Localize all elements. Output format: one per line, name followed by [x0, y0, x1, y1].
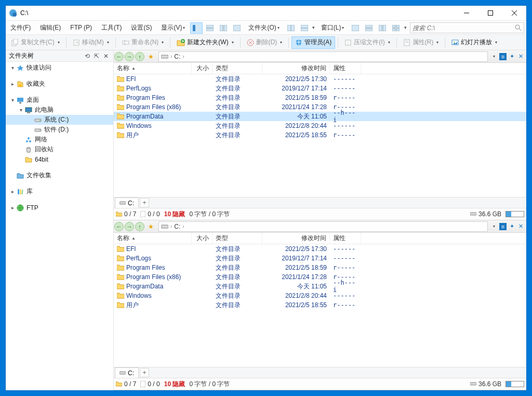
file-row[interactable]: Program Files文件目录2021/2/5 18:59r----- [114, 93, 526, 102]
tree-item[interactable]: 64bit [6, 154, 113, 164]
col-size[interactable]: 大小 [192, 233, 212, 244]
tree-item[interactable]: ▾桌面 [6, 95, 113, 105]
nav-forward-button[interactable]: → [125, 222, 134, 231]
file-row[interactable]: Program Files (x86)文件目录2021/1/24 17:28r-… [114, 102, 526, 112]
pane-expand-icon[interactable]: ✦ [508, 53, 515, 60]
file-row[interactable]: ProgramData文件目录今天 11:05--h---i [114, 282, 526, 291]
view-mode-2[interactable] [204, 22, 216, 34]
file-row[interactable]: Windows文件目录2021/2/8 20:44------ [114, 121, 526, 130]
expand-icon[interactable]: ▾ [9, 97, 16, 103]
folder-view-1[interactable] [285, 22, 297, 34]
file-row[interactable]: Windows文件目录2021/2/8 20:44------ [114, 291, 526, 300]
menu-view[interactable]: 显示(V)▾ [156, 21, 190, 34]
file-row[interactable]: EFI文件目录2021/2/5 17:30------ [114, 244, 526, 254]
view-mode-4[interactable] [231, 22, 243, 34]
crumb-dropdown[interactable]: ▾ [491, 224, 497, 229]
menu-ftp[interactable]: FTP (P) [65, 21, 97, 34]
col-type[interactable]: 类型 [212, 233, 262, 244]
pane-tab[interactable]: C: [115, 367, 139, 378]
layout-2[interactable] [363, 22, 375, 34]
breadcrumb[interactable]: ›C:› [158, 221, 488, 232]
search-input[interactable] [413, 24, 515, 32]
file-row[interactable]: EFI文件目录2021/2/5 17:30------ [114, 74, 526, 84]
layout-3[interactable] [376, 22, 389, 34]
view-mode-1[interactable] [190, 22, 203, 34]
tree-item[interactable]: 系统 (C:) [6, 115, 113, 125]
nav-favorite-button[interactable]: ★ [145, 221, 156, 232]
search-box[interactable] [410, 22, 524, 33]
file-row[interactable]: PerfLogs文件目录2019/12/7 17:14------ [114, 254, 526, 263]
file-row[interactable]: 用户文件目录2021/2/5 18:55r----- [114, 130, 526, 140]
properties-button[interactable]: 属性(R)▾ [400, 36, 443, 49]
pane-expand-icon[interactable]: ✦ [508, 223, 515, 230]
sidebar-sync-icon[interactable]: ⟲ [83, 52, 91, 60]
tree-item[interactable]: ▾快速访问 [6, 63, 113, 73]
file-row[interactable]: Program Files (x86)文件目录2021/1/24 17:28r-… [114, 272, 526, 282]
expand-icon[interactable]: ▾ [9, 65, 16, 71]
expand-icon[interactable]: ▸ [9, 189, 16, 194]
pane-close-icon[interactable]: ✕ [517, 53, 524, 60]
expand-icon[interactable]: ▾ [17, 107, 24, 113]
tree-item[interactable]: ▸库 [6, 187, 113, 196]
pane-close-icon[interactable]: ✕ [517, 223, 524, 230]
menu-edit[interactable]: 编辑(E) [35, 21, 65, 34]
menu-settings[interactable]: 设置(S) [126, 21, 156, 34]
minimize-button[interactable] [455, 6, 478, 20]
add-tab-button[interactable]: + [140, 368, 149, 377]
rename-button[interactable]: 重命名(N)▾ [118, 36, 168, 49]
breadcrumb[interactable]: ›C:› [158, 51, 488, 62]
file-list[interactable]: EFI文件目录2021/2/5 17:30------PerfLogs文件目录2… [114, 74, 526, 197]
compress-button[interactable]: 压缩文件(I)▾ [341, 36, 393, 49]
delete-button[interactable]: 删除(D)▾ [243, 36, 286, 49]
nav-up-button[interactable]: ↑ [135, 52, 144, 61]
sidebar-pin-icon[interactable]: ⇱ [92, 52, 101, 60]
pane-sync-icon[interactable]: ≡ [499, 223, 507, 230]
search-icon[interactable] [515, 24, 522, 31]
crumb-dropdown[interactable]: ▾ [491, 54, 497, 59]
maximize-button[interactable] [478, 6, 502, 20]
col-name[interactable]: 名称 ▲ [114, 63, 192, 74]
admin-button[interactable]: 管理员(A) [291, 36, 335, 49]
col-attr[interactable]: 属性 [330, 233, 361, 244]
move-button[interactable]: 移动(M)▾ [69, 36, 113, 49]
pane-sync-icon[interactable]: ≡ [499, 53, 507, 60]
new-folder-button[interactable]: 新建文件夹(W)▾ [173, 36, 237, 49]
tree-item[interactable]: ▸FTP [6, 203, 113, 213]
nav-back-button[interactable]: ← [114, 52, 124, 61]
tree-item[interactable]: ▸收藏夹 [6, 79, 113, 89]
tree-item[interactable]: 文件收集 [6, 170, 113, 180]
close-button[interactable] [502, 6, 526, 20]
file-row[interactable]: 用户文件目录2021/2/5 18:55r----- [114, 300, 526, 310]
col-attr[interactable]: 属性 [330, 63, 361, 74]
menu-tools[interactable]: 工具(T) [97, 21, 126, 34]
nav-up-button[interactable]: ↑ [135, 222, 144, 231]
file-row[interactable]: PerfLogs文件目录2019/12/7 17:14------ [114, 84, 526, 93]
file-row[interactable]: Program Files文件目录2021/2/5 18:59r----- [114, 263, 526, 272]
nav-favorite-button[interactable]: ★ [145, 51, 156, 62]
folder-dropdown[interactable] [311, 21, 316, 34]
file-row[interactable]: ProgramData文件目录今天 11:05--h---i [114, 112, 526, 121]
layout-1[interactable] [349, 22, 362, 34]
file-list[interactable]: EFI文件目录2021/2/5 17:30------PerfLogs文件目录2… [114, 244, 526, 367]
col-date[interactable]: 修改时间 [262, 233, 330, 244]
nav-forward-button[interactable]: → [125, 52, 134, 61]
crumb-drive[interactable]: C: [174, 223, 180, 230]
add-tab-button[interactable]: + [140, 198, 149, 207]
slideshow-button[interactable]: 幻灯片播放▾ [448, 36, 501, 49]
folder-tree[interactable]: ▾快速访问▸收藏夹▾桌面▾此电脑系统 (C:)软件 (D:) 网络 回收站 64… [6, 62, 113, 390]
col-type[interactable]: 类型 [212, 63, 262, 74]
folder-view-2[interactable] [298, 22, 311, 34]
tree-item[interactable]: ▾此电脑 [6, 105, 113, 115]
col-size[interactable]: 大小 [192, 63, 212, 74]
tree-item[interactable]: 网络 [6, 135, 113, 144]
crumb-drive[interactable]: C: [174, 53, 180, 60]
col-name[interactable]: 名称 ▲ [114, 233, 192, 244]
sidebar-close-icon[interactable]: ✕ [102, 52, 110, 60]
layout-4[interactable] [390, 22, 402, 34]
expand-icon[interactable]: ▸ [9, 81, 16, 87]
pane-tab[interactable]: C: [115, 197, 139, 208]
col-date[interactable]: 修改时间 [262, 63, 330, 74]
tree-item[interactable]: 软件 (D:) [6, 125, 113, 135]
menu-folder[interactable]: 文件夹(O)▾ [244, 21, 284, 34]
view-mode-3[interactable] [217, 22, 230, 34]
